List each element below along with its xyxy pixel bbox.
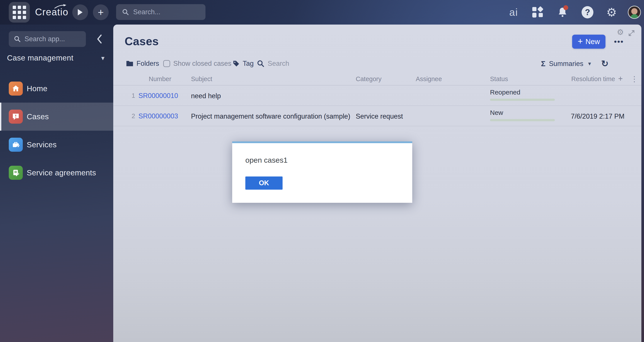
expand-button[interactable] xyxy=(628,29,635,37)
question-icon: ? xyxy=(582,6,594,19)
show-closed-cases-toggle[interactable]: Show closed cases xyxy=(163,60,231,68)
tag-label: Tag xyxy=(243,60,254,68)
new-case-button[interactable]: + New xyxy=(572,35,606,49)
app-search[interactable] xyxy=(9,31,86,47)
chevron-left-icon xyxy=(96,34,103,44)
chevron-down-icon: ▾ xyxy=(101,54,104,62)
sidebar-item-label: Cases xyxy=(27,112,49,121)
list-toolbar: Folders Show closed cases Tag Search Σ S… xyxy=(113,55,641,72)
column-header-category[interactable]: Category xyxy=(356,75,382,83)
column-header-number[interactable]: Number xyxy=(149,75,171,83)
case-resolution-time: 7/6/2019 2:17 PM xyxy=(571,113,624,120)
show-closed-label: Show closed cases xyxy=(173,60,231,68)
tag-button[interactable]: Tag xyxy=(233,60,254,68)
checkbox-icon[interactable] xyxy=(163,60,170,67)
logo-arrow-icon xyxy=(54,4,68,9)
sidebar-nav: Home Cases Services xyxy=(0,75,113,187)
sidebar-item-cases[interactable]: Cases xyxy=(0,103,113,131)
case-number-link[interactable]: SR00000003 xyxy=(138,112,178,120)
settings-button[interactable]: ⚙ xyxy=(604,0,618,25)
gear-icon: ⚙ xyxy=(617,28,624,37)
ok-button[interactable]: OK xyxy=(245,176,282,190)
top-bar: Creatio + ai ? ⚙ xyxy=(0,0,644,25)
row-index: 2 xyxy=(126,113,135,120)
help-button[interactable]: ? xyxy=(580,0,594,25)
case-subject: need help xyxy=(191,92,221,100)
creatio-ai-button[interactable]: ai xyxy=(506,0,521,25)
status-progress-bar xyxy=(490,99,555,101)
page-settings-button[interactable]: ⚙ xyxy=(617,28,624,37)
status-progress-bar xyxy=(490,119,555,121)
play-icon xyxy=(77,9,84,16)
global-search-input[interactable] xyxy=(133,8,199,16)
table-header: Number Subject Category Assignee Status … xyxy=(113,74,641,86)
summaries-button[interactable]: Σ Summaries ▾ xyxy=(541,59,591,68)
column-header-assignee[interactable]: Assignee xyxy=(416,75,442,83)
more-actions-button[interactable]: ••• xyxy=(614,37,624,46)
expand-icon xyxy=(628,29,635,37)
user-avatar[interactable] xyxy=(628,6,641,19)
sidebar-item-label: Service agreements xyxy=(27,168,96,177)
list-search[interactable]: Search xyxy=(257,60,289,68)
app-search-input[interactable] xyxy=(24,35,77,43)
case-status: New xyxy=(490,109,503,116)
column-header-subject[interactable]: Subject xyxy=(191,75,212,83)
sidebar-item-service-agreements[interactable]: Service agreements xyxy=(0,159,113,187)
alert-dialog: open cases1 OK xyxy=(232,141,412,203)
home-icon xyxy=(9,82,23,96)
toolbox-icon xyxy=(9,138,23,152)
search-icon xyxy=(14,35,21,43)
search-icon xyxy=(257,60,264,68)
case-bubble-icon xyxy=(9,110,23,124)
workspace-selector[interactable]: Case management ▾ xyxy=(7,54,107,62)
case-category: Service request xyxy=(356,113,403,120)
marketplace-button[interactable] xyxy=(530,0,544,25)
table-row[interactable]: 1 SR00000010 need help Reopened xyxy=(113,86,641,106)
notifications-button[interactable] xyxy=(556,0,570,25)
plus-icon: + xyxy=(98,7,104,17)
sidebar-collapse-button[interactable] xyxy=(94,34,105,44)
row-index: 1 xyxy=(126,92,135,99)
folders-button[interactable]: Folders xyxy=(126,60,159,68)
sidebar-item-label: Services xyxy=(27,140,57,149)
grid-icon xyxy=(13,6,26,19)
workspace-label: Case management xyxy=(7,54,74,62)
page-title: Cases xyxy=(125,35,159,48)
tag-icon xyxy=(233,60,240,67)
marketplace-icon xyxy=(532,7,543,18)
new-button-label: New xyxy=(586,38,600,46)
refresh-icon: ↻ xyxy=(601,59,608,69)
add-column-button[interactable]: + xyxy=(618,74,623,83)
case-subject: Project management software configuratio… xyxy=(191,113,350,120)
folder-icon xyxy=(126,60,134,67)
dialog-accent-bar xyxy=(232,141,412,143)
refresh-button[interactable]: ↻ xyxy=(601,59,608,69)
sidebar-item-label: Home xyxy=(27,84,48,93)
case-status: Reopened xyxy=(490,89,520,96)
column-header-status[interactable]: Status xyxy=(490,75,508,83)
notification-badge xyxy=(564,5,568,10)
case-number-link[interactable]: SR00000010 xyxy=(138,92,178,100)
table-row[interactable]: 2 SR00000003 Project management software… xyxy=(113,106,641,126)
dialog-message: open cases1 xyxy=(245,156,288,164)
search-icon xyxy=(122,8,129,16)
list-search-placeholder: Search xyxy=(268,60,289,68)
global-search[interactable] xyxy=(116,4,206,20)
app-launcher-button[interactable] xyxy=(9,2,30,23)
chevron-down-icon: ▾ xyxy=(588,60,591,67)
sidebar: Case management ▾ Home Cases xyxy=(0,25,113,342)
summaries-label: Summaries xyxy=(549,60,583,68)
sidebar-item-services[interactable]: Services xyxy=(0,131,113,159)
add-button[interactable]: + xyxy=(93,5,109,20)
sidebar-item-home[interactable]: Home xyxy=(0,75,113,103)
column-menu-button[interactable]: ⋮ xyxy=(631,75,638,83)
folders-label: Folders xyxy=(136,60,159,68)
column-header-resolution-time[interactable]: Resolution time xyxy=(571,75,615,83)
agreement-doc-icon xyxy=(9,166,23,180)
gear-icon: ⚙ xyxy=(606,6,617,19)
play-button[interactable] xyxy=(72,5,88,20)
sigma-icon: Σ xyxy=(541,59,546,68)
